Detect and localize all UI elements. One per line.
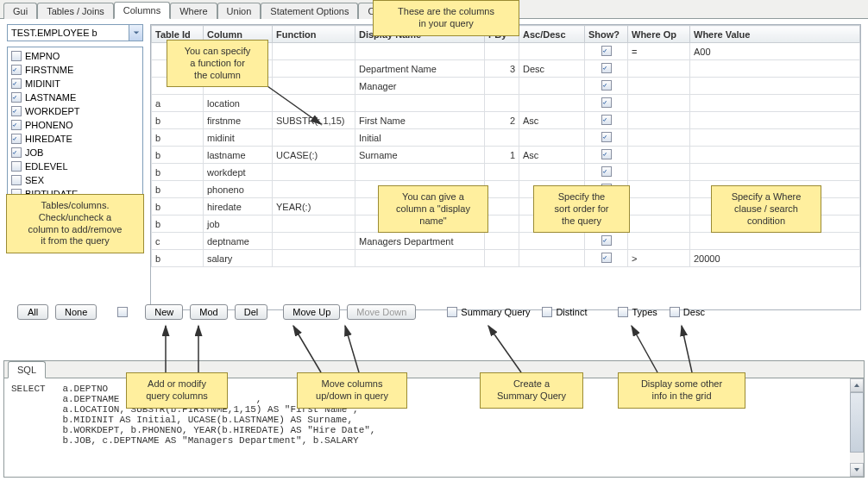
grid-cell[interactable]: b — [152, 198, 204, 216]
column-list-item[interactable]: EMPNO — [9, 49, 141, 63]
grid-cell[interactable] — [273, 164, 355, 181]
show-checkbox[interactable] — [601, 166, 612, 177]
grid-cell[interactable] — [628, 181, 690, 198]
grid-cell[interactable]: Manager — [355, 78, 485, 95]
distinct-option[interactable]: Distinct — [542, 307, 587, 317]
column-checkbox[interactable] — [11, 175, 22, 185]
grid-cell[interactable] — [355, 95, 485, 112]
move-down-button[interactable]: Move Down — [347, 304, 416, 320]
column-list-item[interactable]: JOB — [9, 146, 141, 159]
grid-cell[interactable] — [273, 43, 355, 60]
grid-cell[interactable] — [355, 250, 485, 267]
grid-cell[interactable] — [628, 60, 690, 78]
tab-gui[interactable]: Gui — [3, 3, 37, 19]
new-button[interactable]: New — [145, 304, 183, 320]
grid-cell[interactable]: b — [152, 216, 204, 233]
grid-cell[interactable] — [519, 129, 585, 147]
grid-cell[interactable] — [585, 112, 628, 129]
grid-cell[interactable]: hiredate — [204, 198, 273, 216]
grid-cell[interactable]: Surname — [355, 147, 485, 164]
grid-cell[interactable] — [273, 95, 355, 112]
grid-cell[interactable]: SUBSTR(:,1,15) — [273, 112, 355, 129]
scroll-down-icon[interactable] — [850, 463, 864, 477]
column-checkbox[interactable] — [11, 51, 22, 61]
grid-cell[interactable] — [628, 112, 690, 129]
show-checkbox[interactable] — [601, 46, 612, 56]
grid-cell[interactable]: YEAR(:) — [273, 198, 355, 216]
grid-cell[interactable]: lastname — [204, 147, 273, 164]
grid-cell[interactable]: firstnme — [204, 112, 273, 129]
grid-row[interactable]: cdeptnameManagers Department — [152, 233, 860, 250]
column-checkbox[interactable] — [11, 161, 22, 172]
column-list-item[interactable]: SEX — [9, 173, 141, 187]
grid-header-asc-desc[interactable]: Asc/Desc — [519, 26, 585, 43]
grid-cell[interactable] — [585, 147, 628, 164]
desc-option[interactable]: Desc — [670, 307, 705, 317]
grid-cell[interactable]: deptname — [204, 233, 273, 250]
grid-row[interactable]: bworkdept — [152, 164, 860, 181]
grid-cell[interactable] — [585, 43, 628, 60]
show-checkbox[interactable] — [601, 80, 612, 91]
show-checkbox[interactable] — [601, 63, 612, 73]
summary-query-option[interactable]: Summary Query — [447, 307, 530, 317]
grid-cell[interactable]: location — [204, 95, 273, 112]
grid-cell[interactable] — [585, 250, 628, 267]
unnamed-checkbox-1[interactable] — [117, 307, 128, 317]
types-checkbox[interactable] — [618, 307, 628, 317]
move-up-button[interactable]: Move Up — [283, 304, 340, 320]
grid-cell[interactable] — [690, 147, 860, 164]
grid-cell[interactable] — [485, 129, 519, 147]
column-list-item[interactable]: MIDINIT — [9, 77, 141, 91]
grid-cell[interactable]: c — [152, 233, 204, 250]
tab-where[interactable]: Where — [170, 3, 217, 19]
grid-cell[interactable] — [585, 129, 628, 147]
distinct-checkbox[interactable] — [542, 307, 552, 317]
del-button[interactable]: Del — [235, 304, 268, 320]
grid-cell[interactable] — [585, 78, 628, 95]
mod-button[interactable]: Mod — [190, 304, 227, 320]
grid-cell[interactable] — [690, 112, 860, 129]
show-checkbox[interactable] — [601, 235, 612, 246]
grid-cell[interactable] — [355, 164, 485, 181]
tab-columns[interactable]: Columns — [114, 2, 170, 19]
grid-cell[interactable]: Asc — [519, 112, 585, 129]
grid-header-show[interactable]: Show? — [585, 26, 628, 43]
grid-cell[interactable]: = — [628, 43, 690, 60]
column-checkbox[interactable] — [11, 78, 22, 89]
grid-cell[interactable] — [485, 198, 519, 216]
grid-cell[interactable]: 3 — [485, 60, 519, 78]
grid-cell[interactable]: 1 — [485, 147, 519, 164]
grid-cell[interactable] — [690, 78, 860, 95]
grid-cell[interactable] — [628, 233, 690, 250]
grid-cell[interactable] — [519, 78, 585, 95]
tab-tables-joins[interactable]: Tables / Joins — [37, 3, 114, 19]
grid-cell[interactable] — [273, 60, 355, 78]
grid-cell[interactable]: job — [204, 216, 273, 233]
grid-header-where-op[interactable]: Where Op — [628, 26, 690, 43]
grid-header-function[interactable]: Function — [273, 26, 355, 43]
grid-cell[interactable] — [628, 95, 690, 112]
column-checkbox[interactable] — [11, 134, 22, 144]
grid-cell[interactable] — [273, 129, 355, 147]
grid-cell[interactable] — [628, 129, 690, 147]
grid-cell[interactable] — [690, 233, 860, 250]
grid-cell[interactable] — [485, 250, 519, 267]
column-checkbox[interactable] — [11, 147, 22, 158]
show-checkbox[interactable] — [601, 132, 612, 142]
grid-cell[interactable]: midinit — [204, 129, 273, 147]
grid-cell[interactable]: 20000 — [690, 250, 860, 267]
grid-cell[interactable] — [519, 250, 585, 267]
column-list-item[interactable]: LASTNAME — [9, 91, 141, 104]
grid-cell[interactable]: Desc — [519, 60, 585, 78]
grid-cell[interactable] — [585, 60, 628, 78]
table-selector[interactable]: TEST.EMPLOYEE b — [7, 24, 143, 41]
grid-cell[interactable] — [690, 129, 860, 147]
dropdown-arrow-icon[interactable] — [129, 25, 142, 41]
none-button[interactable]: None — [55, 304, 97, 320]
grid-header-where-value[interactable]: Where Value — [690, 26, 860, 43]
grid-cell[interactable] — [485, 233, 519, 250]
grid-cell[interactable] — [273, 233, 355, 250]
show-checkbox[interactable] — [601, 149, 612, 159]
grid-cell[interactable] — [273, 250, 355, 267]
grid-cell[interactable]: > — [628, 250, 690, 267]
